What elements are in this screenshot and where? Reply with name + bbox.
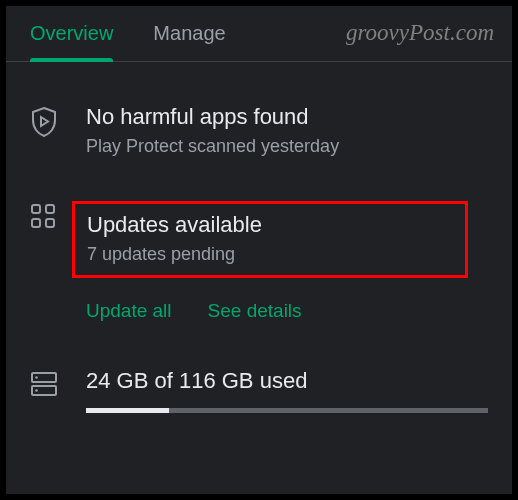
svg-rect-3 (46, 219, 54, 227)
storage-icon (30, 368, 70, 398)
storage-content: 24 GB of 116 GB used (70, 368, 488, 413)
tab-manage[interactable]: Manage (153, 6, 225, 61)
storage-title: 24 GB of 116 GB used (86, 368, 488, 394)
storage-progress-bar (86, 408, 488, 413)
svg-rect-0 (32, 205, 40, 213)
svg-rect-2 (32, 219, 40, 227)
apps-grid-icon (30, 201, 70, 229)
svg-point-6 (35, 376, 38, 379)
watermark: groovyPost.com (346, 20, 494, 46)
shield-play-icon (30, 104, 70, 138)
play-protect-content: No harmful apps found Play Protect scann… (70, 104, 488, 157)
play-protect-title: No harmful apps found (86, 104, 488, 130)
storage-section: 24 GB of 116 GB used (6, 334, 512, 433)
updates-subtitle: 7 updates pending (87, 244, 453, 265)
see-details-button[interactable]: See details (208, 300, 302, 322)
app-container: Overview Manage groovyPost.com No harmfu… (6, 6, 512, 494)
play-protect-subtitle: Play Protect scanned yesterday (86, 136, 488, 157)
updates-title: Updates available (87, 212, 453, 238)
updates-actions: Update all See details (86, 286, 488, 334)
tab-overview[interactable]: Overview (30, 6, 113, 61)
updates-highlight: Updates available 7 updates pending (72, 201, 468, 278)
svg-rect-1 (46, 205, 54, 213)
storage-progress-fill (86, 408, 169, 413)
updates-section: Updates available 7 updates pending Upda… (6, 177, 512, 334)
play-protect-section: No harmful apps found Play Protect scann… (6, 62, 512, 177)
tab-bar: Overview Manage groovyPost.com (6, 6, 512, 62)
update-all-button[interactable]: Update all (86, 300, 172, 322)
svg-point-7 (35, 389, 38, 392)
updates-content: Updates available 7 updates pending Upda… (70, 201, 488, 334)
